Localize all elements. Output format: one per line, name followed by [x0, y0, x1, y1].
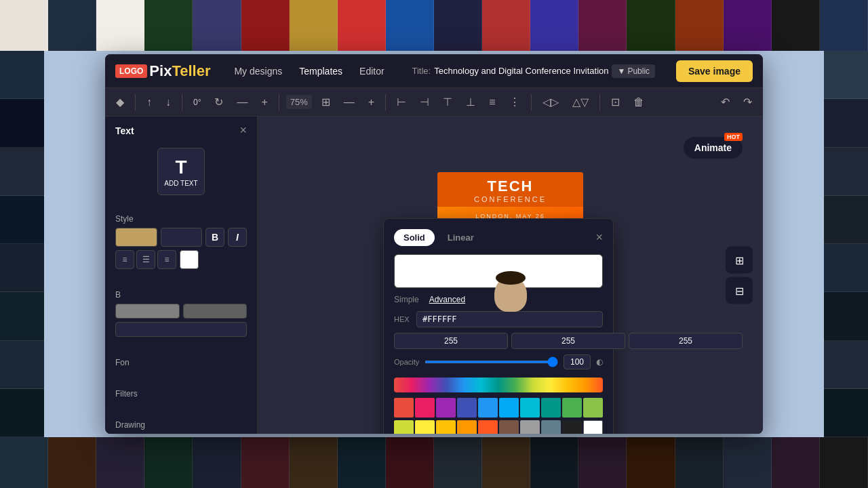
undo-button[interactable]: ↶	[717, 93, 734, 111]
swatch[interactable]	[562, 420, 582, 434]
align-left-button[interactable]: ⊢	[393, 93, 410, 111]
swatch[interactable]	[436, 420, 456, 434]
swatch-grid-1	[394, 398, 603, 418]
visibility-button[interactable]: ▼ Public	[612, 64, 655, 78]
g-input[interactable]	[511, 333, 625, 349]
distribute-v-button[interactable]: ⋮	[505, 93, 524, 111]
align-center-button[interactable]: ⊣	[416, 93, 433, 111]
person-head	[494, 277, 527, 312]
delete-button[interactable]: 🗑	[629, 94, 648, 111]
b-input[interactable]	[629, 333, 743, 349]
text-icon: T	[175, 157, 186, 178]
app-header: LOGO Pix Teller My designs Templates Edi…	[105, 54, 763, 88]
color-preview-white[interactable]	[180, 250, 199, 269]
italic-button[interactable]: I	[228, 228, 247, 247]
align-left-text-button[interactable]: ≡	[115, 250, 134, 269]
bg-style-s[interactable]	[183, 304, 248, 319]
color-picker-modal: Solid Linear × Simple Advanced HEX	[383, 218, 614, 434]
swatch[interactable]	[436, 398, 456, 418]
swatch[interactable]	[562, 398, 582, 418]
swatch[interactable]	[478, 420, 498, 434]
tab-linear[interactable]: Linear	[438, 229, 484, 246]
swatch[interactable]	[583, 420, 603, 434]
save-image-button[interactable]: Save image	[676, 60, 753, 82]
side-image	[824, 148, 868, 196]
swatch[interactable]	[499, 420, 519, 434]
swatch[interactable]	[520, 420, 540, 434]
font-style-box[interactable]	[115, 228, 157, 247]
group-button[interactable]: ⊡	[607, 93, 624, 111]
swatch[interactable]	[457, 420, 477, 434]
header-center: Title: Technology and Digital Conference…	[391, 64, 676, 78]
strip-image	[772, 0, 820, 51]
panel-close-button[interactable]: ×	[239, 123, 247, 138]
move-up-button[interactable]: ↑	[142, 94, 156, 111]
nav-links: My designs Templates Editor	[227, 62, 391, 80]
side-image	[0, 148, 44, 196]
swatch[interactable]	[541, 398, 561, 418]
modal-close-button[interactable]: ×	[595, 230, 603, 245]
strip-image	[820, 437, 868, 488]
minus-button[interactable]: —	[233, 94, 252, 111]
swatch[interactable]	[541, 420, 561, 434]
rotate-button[interactable]: ↻	[210, 93, 227, 111]
logo-icon: LOGO	[115, 64, 147, 78]
swatch[interactable]	[394, 420, 414, 434]
side-image	[824, 292, 868, 340]
title-value[interactable]: Technology and Digital Conference Invita…	[434, 66, 608, 76]
move-down-button[interactable]: ↓	[161, 94, 175, 111]
zoom-out-button[interactable]: —	[340, 94, 359, 111]
top-image-strip	[0, 0, 868, 51]
expand-up-button[interactable]: ⊞	[726, 247, 753, 274]
nav-templates[interactable]: Templates	[292, 62, 349, 80]
strip-image	[627, 437, 675, 488]
zoom-in-button[interactable]: +	[364, 94, 378, 111]
canvas-area[interactable]: TECH CONFERENCE LONDON, MAY 26 ALEX SMIT…	[258, 117, 763, 434]
opacity-slider[interactable]	[425, 361, 558, 363]
hex-input[interactable]	[416, 311, 603, 327]
align-top-button[interactable]: ⊥	[462, 93, 479, 111]
animate-button[interactable]: HOT Animate	[684, 137, 743, 159]
expand-down-button[interactable]: ⊟	[726, 277, 753, 304]
swatch[interactable]	[520, 398, 540, 418]
tab-solid[interactable]: Solid	[394, 229, 435, 246]
swatch[interactable]	[499, 398, 519, 418]
shape-tool-button[interactable]: ◆	[112, 93, 128, 111]
nav-editor[interactable]: Editor	[353, 62, 391, 80]
r-input[interactable]	[394, 333, 508, 349]
opacity-value: 100	[564, 354, 591, 369]
simple-tab[interactable]: Simple	[394, 295, 419, 304]
advanced-tab[interactable]: Advanced	[429, 295, 465, 304]
side-image	[0, 292, 44, 340]
font-size-box[interactable]	[161, 228, 203, 247]
strip-image	[290, 0, 338, 51]
swatch[interactable]	[457, 398, 477, 418]
strip-image	[193, 437, 241, 488]
distribute-h-button[interactable]: ≡	[485, 94, 499, 111]
align-center-text-button[interactable]: ☰	[136, 250, 155, 269]
bold-button[interactable]: B	[205, 228, 224, 247]
swatch[interactable]	[415, 398, 435, 418]
swatch[interactable]	[394, 398, 414, 418]
align-right-button[interactable]: ⊤	[439, 93, 456, 111]
bottom-image-strip	[0, 437, 868, 488]
logo-teller: Teller	[172, 62, 210, 80]
strip-image	[96, 437, 144, 488]
gradient-rainbow[interactable]	[394, 378, 603, 392]
swatch[interactable]	[583, 398, 603, 418]
animate-label: Animate	[694, 142, 732, 153]
flip-v-button[interactable]: △▽	[568, 93, 593, 111]
plus-button[interactable]: +	[257, 94, 271, 111]
swatch[interactable]	[415, 420, 435, 434]
bg-style-a[interactable]	[115, 304, 180, 319]
nav-my-designs[interactable]: My designs	[227, 62, 289, 80]
background-title: B	[115, 290, 121, 300]
align-right-text-button[interactable]: ≡	[157, 250, 176, 269]
width-box[interactable]	[115, 322, 247, 337]
add-text-button[interactable]: T ADD TEXT	[157, 148, 205, 195]
swatch[interactable]	[478, 398, 498, 418]
flip-h-button[interactable]: ◁▷	[538, 93, 563, 111]
side-image	[0, 389, 44, 437]
grid-button[interactable]: ⊞	[317, 93, 334, 111]
redo-button[interactable]: ↷	[739, 93, 756, 111]
